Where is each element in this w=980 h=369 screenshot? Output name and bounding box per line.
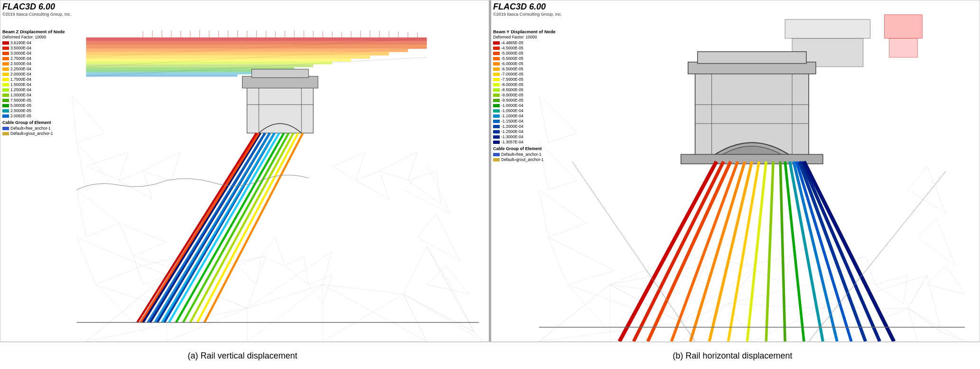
legend-item: 1.5000E-04 xyxy=(2,82,65,87)
right-cable-items: Default=free_anchor-1Default=grout_ancho… xyxy=(493,152,556,162)
legend-item: 1.2500E-04 xyxy=(2,87,65,92)
legend-item: -9.0000E-05 xyxy=(493,93,556,97)
svg-rect-50 xyxy=(86,70,275,72)
legend-item: -1.3057E-04 xyxy=(493,140,556,144)
right-legend-title: Beam Y Displacment of Node xyxy=(493,29,556,34)
legend-item: 1.0000E-04 xyxy=(2,93,65,97)
left-sw-header: FLAC3D 6.00 ©2019 Itasca Consulting Grou… xyxy=(2,2,71,17)
cable-legend-item: Default=free_anchor-1 xyxy=(493,152,556,157)
tunnel-structure-left xyxy=(243,69,318,133)
right-cable-group-title: Cable Group of Element xyxy=(493,146,556,151)
left-sw-subtitle: ©2019 Itasca Consulting Group, Inc. xyxy=(2,12,71,17)
captions-row: (a) Rail vertical displacement (b) Rail … xyxy=(0,342,980,369)
left-cable-items: Default=free_anchor-1Default=grout_ancho… xyxy=(2,126,65,136)
legend-item: 5.0000E-05 xyxy=(2,103,65,108)
legend-item: 2.7500E-04 xyxy=(2,56,65,61)
legend-item: 3.0000E-04 xyxy=(2,51,65,56)
right-sw-subtitle: ©2019 Itasca Consulting Group, Inc. xyxy=(493,12,562,17)
svg-rect-45 xyxy=(86,56,370,59)
legend-item: -1.0000E-04 xyxy=(493,103,556,108)
left-legend-items: 3.6190E-043.5000E-043.0000E-042.7500E-04… xyxy=(2,40,65,118)
right-sw-header: FLAC3D 6.00 ©2019 Itasca Consulting Grou… xyxy=(493,2,562,17)
right-panel: FLAC3D 6.00 ©2019 Itasca Consulting Grou… xyxy=(491,0,980,341)
left-legend-title: Beam Z Displacment of Node xyxy=(2,29,65,34)
left-cable-group-title: Cable Group of Element xyxy=(2,120,65,125)
left-visualization xyxy=(0,0,489,341)
svg-rect-83 xyxy=(247,86,313,133)
legend-item: -4.4865E-05 xyxy=(493,40,556,45)
svg-rect-132 xyxy=(785,19,870,38)
legend-item: 7.5000E-05 xyxy=(2,98,65,103)
svg-rect-52 xyxy=(86,75,237,77)
right-legend-sub: Deformed Factor: 10000 xyxy=(493,35,556,39)
right-legend-items: -4.4865E-05-4.5000E-05-5.0000E-05-5.5000… xyxy=(493,40,556,144)
legend-item: -6.0000E-05 xyxy=(493,61,556,66)
right-visualization xyxy=(491,0,980,341)
svg-rect-88 xyxy=(252,69,308,78)
legend-item: 1.7500E-04 xyxy=(2,77,65,82)
legend-item: -8.5000E-05 xyxy=(493,87,556,92)
right-caption: (b) Rail horizontal displacement xyxy=(672,351,792,361)
svg-rect-48 xyxy=(86,65,313,67)
legend-item: -5.0000E-05 xyxy=(493,51,556,56)
right-legend: Beam Y Displacment of Node Deformed Fact… xyxy=(493,29,556,162)
cable-legend-item: Default=free_anchor-1 xyxy=(2,126,65,131)
legend-item: 3.6190E-04 xyxy=(2,40,65,45)
legend-item: -1.3000E-04 xyxy=(493,134,556,139)
svg-rect-42 xyxy=(86,45,427,49)
left-panel: FLAC3D 6.00 ©2019 Itasca Consulting Grou… xyxy=(0,0,489,341)
svg-rect-51 xyxy=(86,72,256,75)
legend-item: -1.2000E-04 xyxy=(493,124,556,129)
legend-item: -7.0000E-05 xyxy=(493,72,556,76)
svg-rect-135 xyxy=(889,38,918,57)
legend-item: -4.5000E-05 xyxy=(493,46,556,50)
legend-item: 3.5000E-04 xyxy=(2,46,65,50)
legend-item: 2.0082E-05 xyxy=(2,114,65,118)
tunnel-structure-right xyxy=(681,52,823,164)
cable-legend-item: Default=grout_anchor-1 xyxy=(2,131,65,136)
legend-item: -1.2500E-04 xyxy=(493,129,556,134)
legend-item: -1.1000E-04 xyxy=(493,114,556,118)
legend-item: 2.0000E-04 xyxy=(2,72,65,76)
svg-rect-87 xyxy=(243,76,318,88)
legend-item: 2.5000E-05 xyxy=(2,108,65,113)
svg-rect-47 xyxy=(86,62,332,65)
legend-item: -5.5000E-05 xyxy=(493,56,556,61)
legend-item: 2.5000E-04 xyxy=(2,61,65,66)
svg-rect-142 xyxy=(698,52,806,64)
legend-item: 2.2500E-04 xyxy=(2,66,65,71)
svg-rect-41 xyxy=(86,41,427,45)
legend-item: -7.5000E-05 xyxy=(493,77,556,82)
legend-item: -1.1500E-04 xyxy=(493,119,556,123)
svg-rect-44 xyxy=(86,52,389,56)
legend-item: -6.5000E-05 xyxy=(493,66,556,71)
legend-item: -1.0500E-04 xyxy=(493,108,556,113)
svg-rect-134 xyxy=(885,15,923,38)
svg-rect-46 xyxy=(86,59,351,62)
left-caption: (a) Rail vertical displacement xyxy=(187,351,297,361)
legend-item: -8.0000E-05 xyxy=(493,82,556,87)
left-legend: Beam Z Displacment of Node Deformed Fact… xyxy=(2,29,65,136)
right-sw-title: FLAC3D 6.00 xyxy=(493,2,562,12)
svg-rect-43 xyxy=(86,49,408,52)
left-sw-title: FLAC3D 6.00 xyxy=(2,2,71,12)
legend-item: -9.5000E-05 xyxy=(493,98,556,103)
cable-legend-item: Default=grout_anchor-1 xyxy=(493,157,556,162)
svg-rect-40 xyxy=(86,38,427,41)
left-legend-sub: Deformed Factor: 10000 xyxy=(2,35,65,39)
